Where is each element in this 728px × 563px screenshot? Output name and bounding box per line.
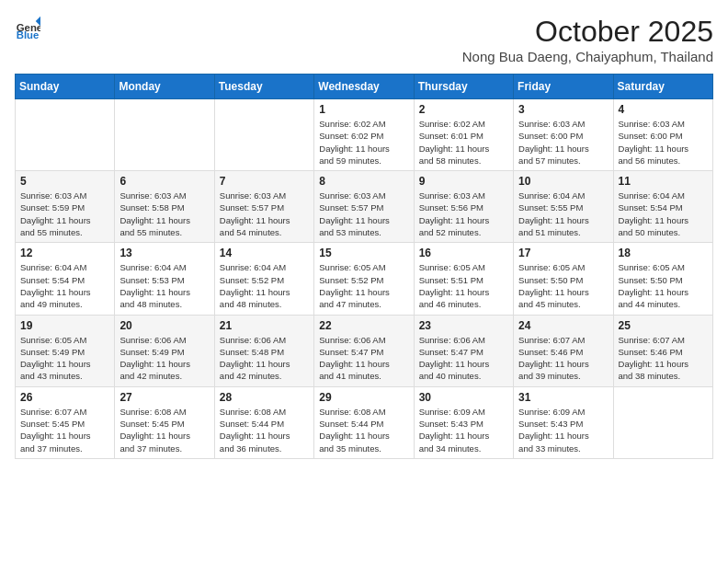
day-info: Sunrise: 6:04 AM Sunset: 5:52 PM Dayligh… <box>220 261 309 310</box>
calendar-cell: 11Sunrise: 6:04 AM Sunset: 5:54 PM Dayli… <box>613 171 712 243</box>
day-info: Sunrise: 6:07 AM Sunset: 5:46 PM Dayligh… <box>518 334 608 383</box>
day-number: 27 <box>119 391 209 404</box>
day-number: 3 <box>518 103 608 116</box>
calendar-cell: 6Sunrise: 6:03 AM Sunset: 5:58 PM Daylig… <box>115 171 214 243</box>
day-info: Sunrise: 6:04 AM Sunset: 5:54 PM Dayligh… <box>619 190 708 238</box>
day-info: Sunrise: 6:06 AM Sunset: 5:49 PM Dayligh… <box>119 334 209 383</box>
calendar: SundayMondayTuesdayWednesdayThursdayFrid… <box>15 74 713 459</box>
calendar-cell <box>115 99 214 171</box>
day-number: 10 <box>518 175 608 188</box>
day-number: 15 <box>319 247 408 259</box>
day-info: Sunrise: 6:06 AM Sunset: 5:48 PM Dayligh… <box>220 334 309 383</box>
calendar-body: 1Sunrise: 6:02 AM Sunset: 6:02 PM Daylig… <box>16 99 713 459</box>
calendar-cell: 26Sunrise: 6:07 AM Sunset: 5:45 PM Dayli… <box>16 386 115 458</box>
day-number: 30 <box>419 391 508 404</box>
calendar-week-1: 1Sunrise: 6:02 AM Sunset: 6:02 PM Daylig… <box>16 99 713 171</box>
weekday-saturday: Saturday <box>613 75 712 99</box>
day-info: Sunrise: 6:08 AM Sunset: 5:44 PM Dayligh… <box>220 406 309 454</box>
calendar-cell: 22Sunrise: 6:06 AM Sunset: 5:47 PM Dayli… <box>314 315 414 386</box>
day-info: Sunrise: 6:02 AM Sunset: 6:02 PM Dayligh… <box>319 118 408 167</box>
day-number: 8 <box>319 175 408 188</box>
calendar-cell: 19Sunrise: 6:05 AM Sunset: 5:49 PM Dayli… <box>16 315 115 386</box>
weekday-friday: Friday <box>514 75 613 99</box>
day-info: Sunrise: 6:03 AM Sunset: 5:59 PM Dayligh… <box>20 190 109 238</box>
location: Nong Bua Daeng, Chaiyaphum, Thailand <box>462 49 713 64</box>
day-number: 19 <box>20 319 109 332</box>
day-info: Sunrise: 6:04 AM Sunset: 5:53 PM Dayligh… <box>119 261 209 310</box>
calendar-cell: 17Sunrise: 6:05 AM Sunset: 5:50 PM Dayli… <box>514 243 613 315</box>
day-info: Sunrise: 6:05 AM Sunset: 5:50 PM Dayligh… <box>518 261 608 310</box>
calendar-cell: 31Sunrise: 6:09 AM Sunset: 5:43 PM Dayli… <box>514 386 613 458</box>
day-number: 5 <box>20 175 109 188</box>
day-number: 18 <box>619 247 708 259</box>
day-number: 6 <box>119 175 209 188</box>
calendar-cell: 28Sunrise: 6:08 AM Sunset: 5:44 PM Dayli… <box>214 386 313 458</box>
calendar-cell: 20Sunrise: 6:06 AM Sunset: 5:49 PM Dayli… <box>115 315 214 386</box>
day-info: Sunrise: 6:03 AM Sunset: 5:56 PM Dayligh… <box>419 190 508 238</box>
calendar-cell: 10Sunrise: 6:04 AM Sunset: 5:55 PM Dayli… <box>514 171 613 243</box>
calendar-cell: 16Sunrise: 6:05 AM Sunset: 5:51 PM Dayli… <box>414 243 513 315</box>
calendar-cell: 2Sunrise: 6:02 AM Sunset: 6:01 PM Daylig… <box>414 99 513 171</box>
calendar-cell: 7Sunrise: 6:03 AM Sunset: 5:57 PM Daylig… <box>214 171 313 243</box>
day-number: 7 <box>220 175 309 188</box>
day-info: Sunrise: 6:06 AM Sunset: 5:47 PM Dayligh… <box>419 334 508 383</box>
calendar-cell: 23Sunrise: 6:06 AM Sunset: 5:47 PM Dayli… <box>414 315 513 386</box>
day-number: 20 <box>119 319 209 332</box>
day-number: 17 <box>518 247 608 259</box>
weekday-sunday: Sunday <box>16 75 115 99</box>
calendar-cell: 5Sunrise: 6:03 AM Sunset: 5:59 PM Daylig… <box>16 171 115 243</box>
month-title: October 2025 <box>462 15 713 49</box>
logo-icon: General Blue <box>15 15 40 40</box>
calendar-cell: 30Sunrise: 6:09 AM Sunset: 5:43 PM Dayli… <box>414 386 513 458</box>
day-number: 23 <box>419 319 508 332</box>
weekday-wednesday: Wednesday <box>314 75 414 99</box>
day-number: 16 <box>419 247 508 259</box>
day-number: 12 <box>20 247 109 259</box>
calendar-week-3: 12Sunrise: 6:04 AM Sunset: 5:54 PM Dayli… <box>16 243 713 315</box>
logo: General Blue <box>15 15 40 40</box>
calendar-cell: 1Sunrise: 6:02 AM Sunset: 6:02 PM Daylig… <box>314 99 414 171</box>
day-info: Sunrise: 6:09 AM Sunset: 5:43 PM Dayligh… <box>419 406 508 454</box>
weekday-tuesday: Tuesday <box>214 75 313 99</box>
calendar-week-4: 19Sunrise: 6:05 AM Sunset: 5:49 PM Dayli… <box>16 315 713 386</box>
calendar-cell: 3Sunrise: 6:03 AM Sunset: 6:00 PM Daylig… <box>514 99 613 171</box>
day-info: Sunrise: 6:05 AM Sunset: 5:49 PM Dayligh… <box>20 334 109 383</box>
day-number: 31 <box>518 391 608 404</box>
day-info: Sunrise: 6:03 AM Sunset: 5:57 PM Dayligh… <box>319 190 408 238</box>
svg-text:Blue: Blue <box>17 29 40 40</box>
calendar-cell: 29Sunrise: 6:08 AM Sunset: 5:44 PM Dayli… <box>314 386 414 458</box>
calendar-header: SundayMondayTuesdayWednesdayThursdayFrid… <box>16 75 713 99</box>
calendar-cell: 4Sunrise: 6:03 AM Sunset: 6:00 PM Daylig… <box>613 99 712 171</box>
weekday-monday: Monday <box>115 75 214 99</box>
day-number: 2 <box>419 103 508 116</box>
day-number: 11 <box>619 175 708 188</box>
calendar-cell: 14Sunrise: 6:04 AM Sunset: 5:52 PM Dayli… <box>214 243 313 315</box>
calendar-cell: 13Sunrise: 6:04 AM Sunset: 5:53 PM Dayli… <box>115 243 214 315</box>
day-number: 26 <box>20 391 109 404</box>
calendar-cell: 24Sunrise: 6:07 AM Sunset: 5:46 PM Dayli… <box>514 315 613 386</box>
day-number: 21 <box>220 319 309 332</box>
calendar-week-5: 26Sunrise: 6:07 AM Sunset: 5:45 PM Dayli… <box>16 386 713 458</box>
weekday-thursday: Thursday <box>414 75 513 99</box>
day-info: Sunrise: 6:07 AM Sunset: 5:46 PM Dayligh… <box>619 334 708 383</box>
day-info: Sunrise: 6:03 AM Sunset: 5:58 PM Dayligh… <box>119 190 209 238</box>
day-number: 29 <box>319 391 408 404</box>
page-header: General Blue October 2025 Nong Bua Daeng… <box>15 15 713 64</box>
weekday-row: SundayMondayTuesdayWednesdayThursdayFrid… <box>16 75 713 99</box>
day-number: 13 <box>119 247 209 259</box>
day-info: Sunrise: 6:07 AM Sunset: 5:45 PM Dayligh… <box>20 406 109 454</box>
day-info: Sunrise: 6:04 AM Sunset: 5:55 PM Dayligh… <box>518 190 608 238</box>
day-info: Sunrise: 6:08 AM Sunset: 5:44 PM Dayligh… <box>319 406 408 454</box>
day-number: 24 <box>518 319 608 332</box>
day-info: Sunrise: 6:03 AM Sunset: 5:57 PM Dayligh… <box>220 190 309 238</box>
day-info: Sunrise: 6:04 AM Sunset: 5:54 PM Dayligh… <box>20 261 109 310</box>
day-number: 1 <box>319 103 408 116</box>
title-block: October 2025 Nong Bua Daeng, Chaiyaphum,… <box>462 15 713 64</box>
calendar-week-2: 5Sunrise: 6:03 AM Sunset: 5:59 PM Daylig… <box>16 171 713 243</box>
day-number: 9 <box>419 175 508 188</box>
calendar-cell: 18Sunrise: 6:05 AM Sunset: 5:50 PM Dayli… <box>613 243 712 315</box>
day-info: Sunrise: 6:03 AM Sunset: 6:00 PM Dayligh… <box>619 118 708 167</box>
day-number: 22 <box>319 319 408 332</box>
calendar-cell: 9Sunrise: 6:03 AM Sunset: 5:56 PM Daylig… <box>414 171 513 243</box>
day-info: Sunrise: 6:02 AM Sunset: 6:01 PM Dayligh… <box>419 118 508 167</box>
